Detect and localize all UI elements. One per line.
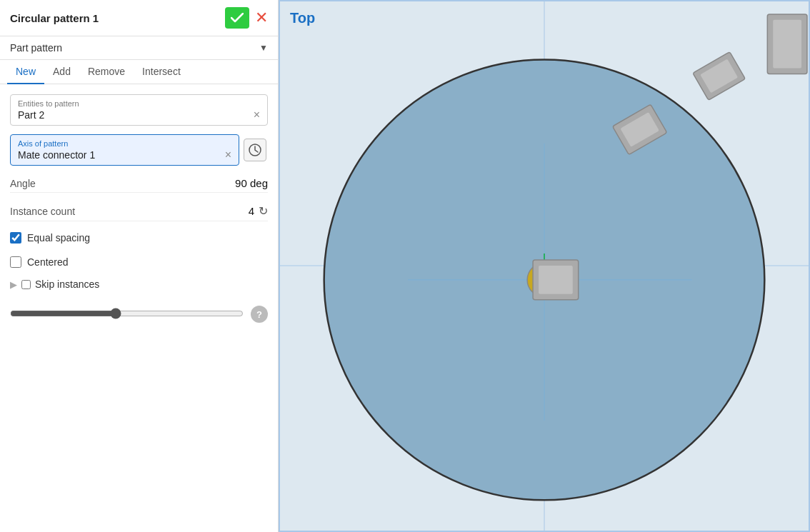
instance-count-label: Instance count [10,206,75,217]
panel-header: Circular pattern 1 ✕ [0,0,278,36]
form-area: Entities to pattern Part 2 × Axis of pat… [0,84,278,532]
axis-label: Axis of pattern [18,139,231,148]
axis-field-group[interactable]: Axis of pattern Mate connector 1 × [10,134,239,166]
cancel-button[interactable]: ✕ [255,10,268,26]
entities-value: Part 2 [18,109,44,121]
skip-expand-arrow[interactable]: ▶ [10,279,17,290]
slider-row: ? [10,298,268,323]
tab-intersect[interactable]: Intersect [134,60,189,84]
centered-checkbox[interactable] [10,256,21,268]
equal-spacing-checkbox[interactable] [10,232,21,244]
angle-row: Angle 90 deg [10,174,268,193]
entities-field-group[interactable]: Entities to pattern Part 2 × [10,94,268,126]
viewport: Top [279,0,810,532]
opacity-slider[interactable] [10,308,244,319]
tabs-bar: New Add Remove Intersect [0,60,278,84]
equal-spacing-row: Equal spacing [10,230,268,246]
skip-instances-row: ▶ Skip instances [10,278,268,290]
pattern-type-row[interactable]: Part pattern ▼ [0,36,278,60]
svg-rect-13 [773,20,801,69]
left-panel: Circular pattern 1 ✕ Part pattern ▼ New … [0,0,279,532]
centered-label: Centered [27,256,69,268]
angle-value: 90 deg [235,177,268,189]
confirm-button[interactable] [225,7,249,29]
centered-row: Centered [10,254,268,270]
axis-clear-button[interactable]: × [225,149,231,161]
tab-remove[interactable]: Remove [79,60,134,84]
pattern-type-label: Part pattern [10,42,255,54]
entities-clear-button[interactable]: × [254,109,260,121]
panel-title: Circular pattern 1 [10,12,99,24]
axis-icon[interactable] [244,139,266,161]
axis-value-row: Mate connector 1 × [18,149,231,161]
pattern-type-dropdown-arrow: ▼ [259,43,268,53]
instance-count-value: 4 [249,205,254,217]
refresh-icon[interactable]: ↻ [259,204,268,218]
help-button[interactable]: ? [251,306,268,323]
angle-label: Angle [10,178,36,189]
instance-count-row: Instance count 4 ↻ [10,201,268,221]
tab-add[interactable]: Add [44,60,79,84]
entities-value-row: Part 2 × [18,109,260,121]
svg-rect-19 [539,266,573,294]
viewport-svg [280,1,809,531]
header-buttons: ✕ [225,7,268,29]
entities-label: Entities to pattern [18,99,260,108]
skip-instances-label: Skip instances [35,278,99,290]
tab-new[interactable]: New [7,60,44,84]
viewport-label: Top [290,10,315,26]
opacity-slider-container[interactable] [10,308,244,321]
skip-instances-checkbox[interactable] [21,280,31,289]
axis-value: Mate connector 1 [18,149,95,161]
equal-spacing-label: Equal spacing [27,232,90,244]
